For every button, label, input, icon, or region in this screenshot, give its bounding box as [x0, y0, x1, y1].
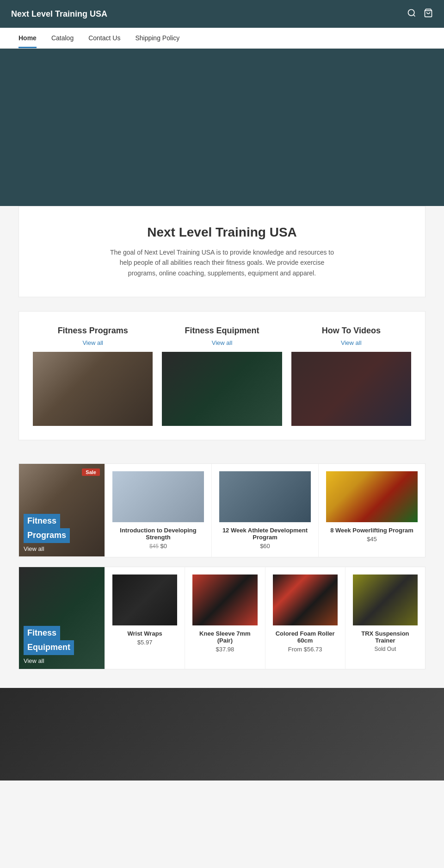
product-powerlifting-image	[326, 471, 418, 522]
about-section: Next Level Training USA The goal of Next…	[18, 206, 426, 297]
product-card-knee-sleeve[interactable]: Knee Sleeve 7mm (Pair) $37.98	[185, 567, 265, 669]
collection-fitness-programs-view-all[interactable]: View all	[33, 339, 153, 346]
collection-how-to-videos-image	[291, 352, 411, 426]
collection-how-to-videos: How To Videos View all	[291, 325, 411, 425]
product-knee-sleeve-image-wrap	[192, 575, 257, 625]
fitness-programs-banner-view-all[interactable]: View all	[24, 545, 44, 552]
product-athlete-price: $60	[219, 543, 311, 550]
nav-shipping[interactable]: Shipping Policy	[128, 28, 187, 48]
product-athlete-image	[219, 471, 311, 522]
product-wrist-wraps-name: Wrist Wraps	[112, 630, 177, 637]
fitness-equipment-label-line1: Fitness	[24, 626, 60, 640]
products-section: Sale Fitness Programs View all Introduct…	[0, 454, 444, 688]
product-athlete-name: 12 Week Athlete Development Program	[219, 527, 311, 541]
product-athlete-image-wrap	[219, 471, 311, 522]
about-title: Next Level Training USA	[47, 225, 397, 240]
product-strength-image-wrap	[112, 471, 204, 522]
about-description: The goal of Next Level Training USA is t…	[106, 247, 338, 278]
cart-icon[interactable]	[424, 8, 433, 20]
product-wrist-wraps-image-wrap	[112, 575, 177, 625]
product-card-wrist-wraps[interactable]: Wrist Wraps $5.97	[105, 567, 185, 669]
product-trx-sold-out: Sold Out	[353, 646, 418, 652]
collection-how-to-videos-title: How To Videos	[291, 325, 411, 336]
svg-point-0	[408, 9, 414, 15]
fitness-programs-label-line1: Fitness	[24, 514, 60, 528]
product-strength-image	[112, 471, 204, 522]
fitness-programs-label-line2: Programs	[24, 528, 70, 543]
header-icons	[407, 8, 433, 20]
fitness-equipment-banner-label: Fitness Equipment	[24, 626, 74, 655]
product-card-strength[interactable]: Introduction to Developing Strength $45 …	[105, 464, 211, 557]
product-foam-roller-image	[273, 575, 338, 625]
collection-fitness-equipment-view-all[interactable]: View all	[162, 339, 282, 346]
hero-banner	[0, 49, 444, 206]
product-trx-name: TRX Suspension Trainer	[353, 630, 418, 644]
site-logo[interactable]: Next Level Training USA	[11, 9, 107, 19]
product-wrist-wraps-price: $5.97	[112, 639, 177, 646]
fitness-programs-banner-label: Fitness Programs	[24, 514, 70, 543]
collection-fitness-programs: Fitness Programs View all	[33, 325, 153, 425]
product-foam-roller-name: Colored Foam Roller 60cm	[273, 630, 338, 644]
fitness-programs-product-list: Introduction to Developing Strength $45 …	[105, 464, 425, 557]
nav-home[interactable]: Home	[11, 28, 44, 48]
collections-section: Fitness Programs View all Fitness Equipm…	[0, 297, 444, 454]
product-knee-sleeve-image	[192, 575, 257, 625]
product-strength-name: Introduction to Developing Strength	[112, 527, 204, 541]
product-powerlifting-image-wrap	[326, 471, 418, 522]
fitness-programs-row: Sale Fitness Programs View all Introduct…	[18, 463, 426, 557]
main-nav: Home Catalog Contact Us Shipping Policy	[0, 28, 444, 49]
sale-badge: Sale	[82, 468, 100, 476]
fitness-equipment-banner[interactable]: Fitness Equipment View all	[19, 567, 105, 669]
fitness-equipment-row: Fitness Equipment View all Wrist Wraps $…	[18, 567, 426, 669]
product-strength-original-price: $45	[149, 543, 159, 550]
fitness-equipment-product-list: Wrist Wraps $5.97 Knee Sleeve 7mm (Pair)…	[105, 567, 425, 669]
product-strength-sale-price: $0	[160, 543, 167, 550]
nav-contact[interactable]: Contact Us	[81, 28, 128, 48]
bottom-hero	[0, 688, 444, 781]
collection-fitness-programs-image	[33, 352, 153, 426]
collection-fitness-equipment: Fitness Equipment View all	[162, 325, 282, 425]
svg-line-1	[413, 14, 415, 16]
product-trx-image	[353, 575, 418, 625]
collection-fitness-programs-title: Fitness Programs	[33, 325, 153, 336]
nav-catalog[interactable]: Catalog	[44, 28, 81, 48]
search-icon[interactable]	[407, 8, 416, 20]
fitness-equipment-banner-view-all[interactable]: View all	[24, 657, 44, 664]
collection-fitness-equipment-image	[162, 352, 282, 426]
product-trx-image-wrap	[353, 575, 418, 625]
header: Next Level Training USA	[0, 0, 444, 28]
product-powerlifting-price: $45	[326, 536, 418, 543]
fitness-programs-banner[interactable]: Sale Fitness Programs View all	[19, 464, 105, 557]
product-knee-sleeve-name: Knee Sleeve 7mm (Pair)	[192, 630, 257, 644]
product-card-athlete[interactable]: 12 Week Athlete Development Program $60	[211, 464, 318, 557]
product-card-powerlifting[interactable]: 8 Week Powerlifting Program $45	[318, 464, 425, 557]
product-knee-sleeve-price: $37.98	[192, 646, 257, 653]
product-wrist-wraps-image	[112, 575, 177, 625]
product-foam-roller-price: From $56.73	[273, 646, 338, 653]
collection-fitness-equipment-title: Fitness Equipment	[162, 325, 282, 336]
collections-grid: Fitness Programs View all Fitness Equipm…	[18, 311, 426, 440]
product-card-foam-roller[interactable]: Colored Foam Roller 60cm From $56.73	[265, 567, 345, 669]
product-powerlifting-name: 8 Week Powerlifting Program	[326, 527, 418, 534]
product-strength-price: $45 $0	[112, 543, 204, 550]
product-foam-roller-image-wrap	[273, 575, 338, 625]
collection-how-to-videos-view-all[interactable]: View all	[291, 339, 411, 346]
product-card-trx[interactable]: TRX Suspension Trainer Sold Out	[345, 567, 425, 669]
fitness-equipment-label-line2: Equipment	[24, 640, 74, 655]
